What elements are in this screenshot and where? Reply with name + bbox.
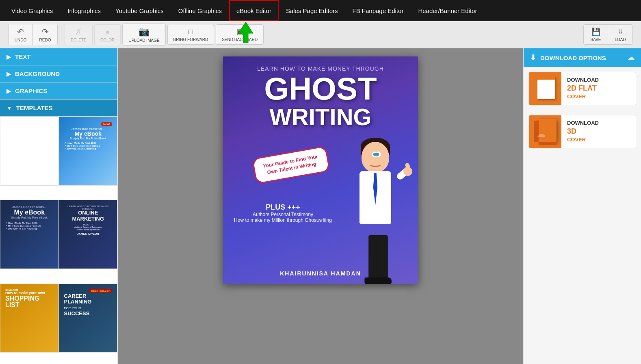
nav-item-video-graphics[interactable]: Video Graphics [4,0,60,21]
redo-button[interactable]: ↷ REDO [33,24,57,45]
bring-forward-label: Bring Forward [173,37,208,42]
upload-icon: 📷 [139,26,149,37]
toolbar: ↶ UNDO ↷ REDO ✗ Delete ● Color 📷 Upload … [0,21,641,48]
tpl6-inner: BEST SELLER CAREERPLANNINGFOR YOURSUCCES… [62,286,115,350]
sidebar-text-label: TEXT [15,53,30,60]
cloud-overlay-3d: ☁ [537,129,546,139]
right-sidebar: ⬇ DOWNLOAD OPTIONS ☁ ☁ DOWNLOAD 2D FLAT … [523,48,641,364]
top-nav: Video Graphics Infographics Youtube Grap… [0,0,641,21]
toolbar-separator-1 [61,26,61,43]
canvas-area: LEARN HOW TO MAKE MONEY THROUGH GHOST WR… [118,48,523,364]
nav-item-offline-graphics[interactable]: Offline Graphics [171,0,229,21]
green-arrow-icon [238,21,254,43]
sidebar-background-label: BACKGROUND [15,70,60,77]
template-thumb-2[interactable]: New! James Doe Presents... My eBook Simp… [59,117,118,186]
download-2d-icon-box: ☁ [529,72,561,105]
speech-bubble: Your Guide to Find Your Own Talent in Wr… [252,145,330,184]
svg-marker-0 [238,22,253,43]
download-3d-line3: COVER [567,136,599,143]
nav-item-header-banner[interactable]: Header/Banner Editor [411,0,484,21]
sidebar-background-arrow: ▶ [6,71,11,77]
ebook-title-writing: WRITING [223,105,418,129]
load-label: LOAD [615,37,626,42]
ebook-top-subtitle: LEARN HOW TO MAKE MONEY THROUGH [223,56,418,72]
save-button[interactable]: 💾 SAVE [584,25,608,44]
bring-forward-icon: □ [188,28,193,36]
template-grid: New! James Doe Presents... My eBook Simp… [0,117,117,364]
template-thumb-3[interactable]: James Doe Presents... My eBook Simply Pu… [0,200,59,269]
redo-label: REDO [39,38,51,42]
tpl3-inner: James Doe Presents... My eBook Simply Pu… [3,203,56,266]
download-3d-line2: 3D [567,127,599,136]
download-3d-icon-box: ☁ [529,115,561,148]
template-thumb-6[interactable]: BEST SELLER CAREERPLANNINGFOR YOURSUCCES… [59,284,118,353]
template-thumb-4[interactable]: LEARN HOW TO INCREASE SALES THROUGH ONLI… [59,200,118,269]
save-load-group: 💾 SAVE ⇩ LOAD [583,24,633,45]
nav-item-infographics[interactable]: Infographics [60,0,108,21]
main-content: ▶ TEXT ▶ BACKGROUND ▶ GRAPHICS ▼ TEMPLAT… [0,48,641,364]
download-3d-label: DOWNLOAD 3D COVER [561,116,604,147]
sidebar-graphics-arrow: ▶ [6,88,11,94]
download-header: ⬇ DOWNLOAD OPTIONS ☁ [524,48,641,67]
template-thumb-5[interactable]: SAVE.COM How to make your own SHOPPINGLI… [0,284,59,353]
undo-redo-group: ↶ UNDO ↷ REDO [8,24,58,45]
download-2d-line2: 2D FLAT [567,84,599,93]
download-3d-line1: DOWNLOAD [567,120,599,127]
sidebar-templates-arrow: ▼ [6,105,12,111]
color-icon: ● [105,27,110,37]
color-button[interactable]: ● Color [94,24,121,45]
download-header-label: DOWNLOAD OPTIONS [540,54,606,61]
download-2d-line3: COVER [567,93,599,100]
tpl4-inner: LEARN HOW TO INCREASE SALES THROUGH ONLI… [62,203,115,266]
download-2d-option[interactable]: ☁ DOWNLOAD 2D FLAT COVER [528,72,636,105]
sidebar-item-graphics[interactable]: ▶ GRAPHICS [0,82,117,100]
delete-icon: ✗ [75,27,82,37]
tpl5-inner: SAVE.COM How to make your own SHOPPINGLI… [3,286,56,350]
save-icon: 💾 [591,27,600,36]
undo-label: UNDO [15,38,26,42]
nav-item-ebook-editor[interactable]: eBook Editor [229,0,279,21]
cloud-overlay-2d: ☁ [536,84,547,98]
delete-button[interactable]: ✗ Delete [65,24,93,45]
save-label: SAVE [591,37,601,42]
redo-icon: ↷ [42,27,49,37]
sidebar-text-arrow: ▶ [6,54,11,60]
download-2d-line1: DOWNLOAD [567,77,599,84]
undo-icon: ↶ [17,27,24,37]
nav-item-sales-page[interactable]: Sales Page Editors [279,0,345,21]
app-wrapper: Video Graphics Infographics Youtube Grap… [0,0,641,364]
ebook-plus-section: PLUS +++ Authors Personal Testimony How … [233,203,333,223]
tpl2-inner: New! James Doe Presents... My eBook Simp… [62,119,115,183]
ebook-character [337,138,414,284]
delete-label: Delete [71,38,87,42]
nav-item-youtube-graphics[interactable]: Youtube Graphics [108,0,171,21]
download-3d-option[interactable]: ☁ DOWNLOAD 3D COVER [528,115,636,148]
template-thumb-1[interactable] [0,117,59,186]
download-cloud-icon: ☁ [627,53,635,62]
ebook-plus-sub2: How to make my Million through Ghostwrit… [233,217,333,223]
left-sidebar: ▶ TEXT ▶ BACKGROUND ▶ GRAPHICS ▼ TEMPLAT… [0,48,118,364]
ebook-author: KHAIRUNNISA HAMDAN [223,270,418,277]
upload-label: Upload Image [128,38,159,43]
sidebar-graphics-label: GRAPHICS [15,87,47,94]
undo-button[interactable]: ↶ UNDO [9,24,33,45]
sidebar-templates-label: TEMPLATES [16,104,53,111]
bring-forward-button[interactable]: □ Bring Forward [167,25,214,45]
sidebar-item-background[interactable]: ▶ BACKGROUND [0,65,117,82]
load-button[interactable]: ⇩ LOAD [608,25,632,44]
load-icon: ⇩ [617,27,624,36]
sidebar-item-text[interactable]: ▶ TEXT [0,48,117,65]
download-2d-label: DOWNLOAD 2D FLAT COVER [561,73,604,104]
ebook-canvas: LEARN HOW TO MAKE MONEY THROUGH GHOST WR… [223,56,418,284]
download-icon: ⬇ [530,53,536,62]
nav-item-fb-fanpage[interactable]: FB Fanpage Editor [345,0,411,21]
ebook-title-ghost: GHOST [223,72,418,105]
color-label: Color [100,38,115,42]
upload-image-button[interactable]: 📷 Upload Image [122,24,165,46]
ebook-plus-title: PLUS +++ [233,203,333,212]
sidebar-item-templates[interactable]: ▼ TEMPLATES [0,100,117,117]
ebook-plus-sub1: Authors Personal Testimony [233,212,333,217]
